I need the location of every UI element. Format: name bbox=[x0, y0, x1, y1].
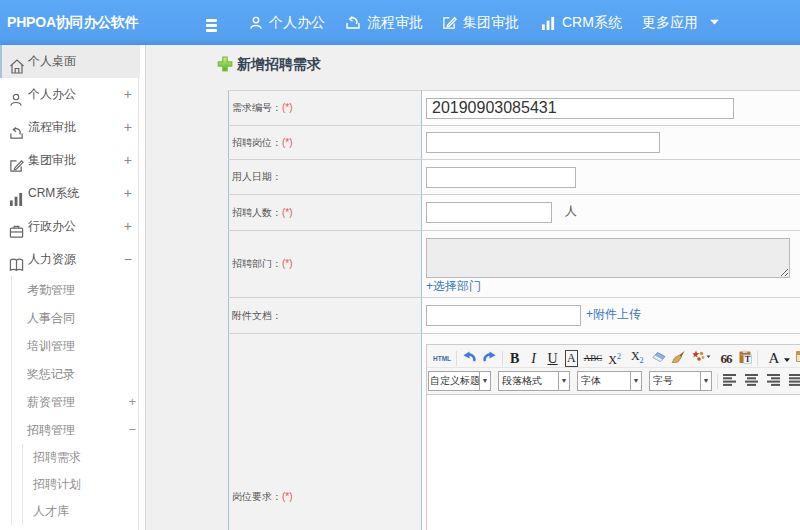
svg-text:T: T bbox=[744, 354, 750, 364]
